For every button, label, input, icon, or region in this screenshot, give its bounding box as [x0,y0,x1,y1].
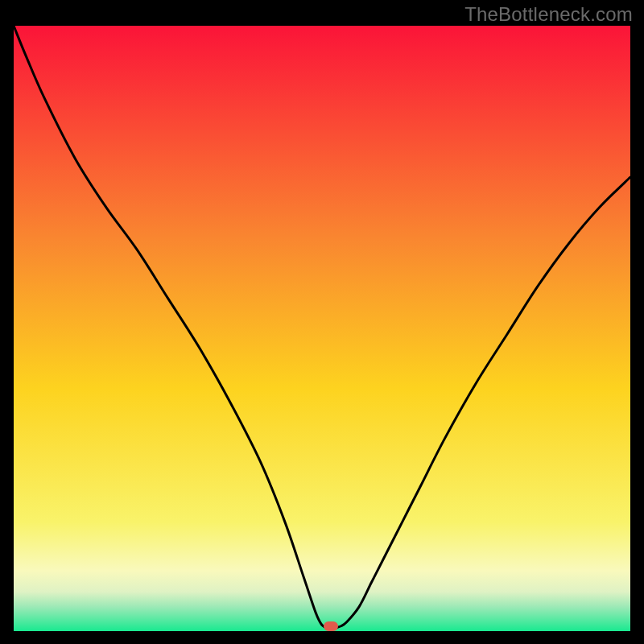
chart-frame: TheBottleneck.com [0,0,644,644]
optimum-marker [324,621,338,631]
chart-background [14,26,630,631]
watermark-text: TheBottleneck.com [464,3,633,26]
bottleneck-chart [14,26,630,631]
